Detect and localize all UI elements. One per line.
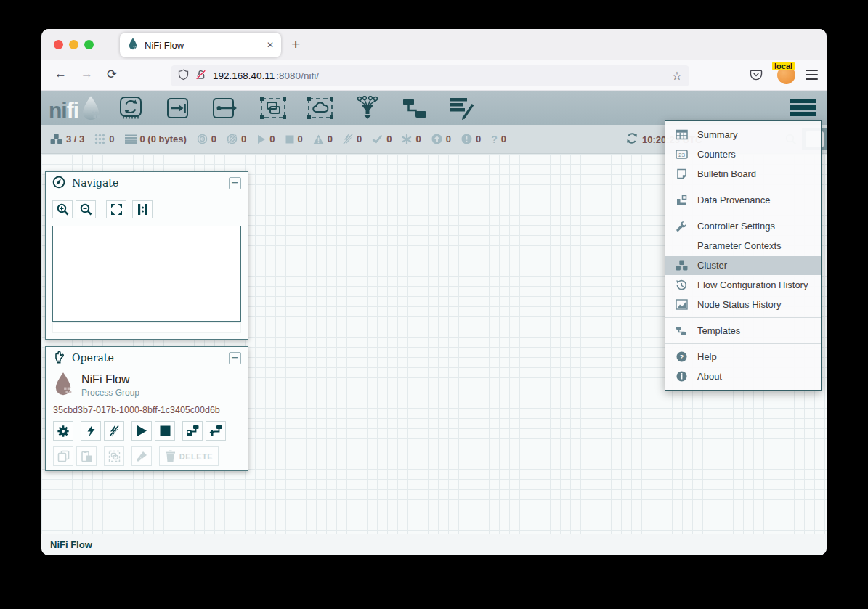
breadcrumb-root[interactable]: NiFi Flow [50, 539, 92, 550]
back-icon[interactable]: ← [54, 67, 67, 81]
menu-item-cluster[interactable]: Cluster [665, 256, 821, 275]
pocket-icon[interactable] [750, 69, 763, 84]
zoom-fit-button[interactable] [106, 200, 126, 218]
browser-tab[interactable]: NiFi Flow ✕ [120, 33, 281, 57]
menu-item-about[interactable]: About [665, 367, 821, 386]
provenance-icon [675, 195, 688, 206]
nifi-logo: nifi [49, 95, 102, 121]
status-active-threads: 0 [94, 134, 114, 144]
threads-grid-icon [94, 134, 105, 144]
insecure-lock-icon[interactable] [195, 69, 206, 83]
bookmark-star-icon[interactable]: ☆ [672, 69, 682, 83]
delete-button[interactable]: DELETE [159, 446, 219, 466]
operate-title: Operate [72, 352, 114, 364]
titlebar: NiFi Flow ✕ + [41, 29, 827, 60]
profile-badge: local [772, 62, 795, 70]
arrow-up-circle-icon [431, 134, 442, 144]
stop-icon [285, 135, 294, 144]
menu-item-controller-settings[interactable]: Controller Settings [665, 216, 821, 236]
process-group-draggable-icon[interactable] [259, 96, 287, 120]
zoom-actual-size-button[interactable] [132, 200, 153, 218]
bullseye-icon [197, 134, 208, 144]
status-running: 0 [256, 134, 275, 144]
color-brush-button[interactable] [131, 446, 152, 466]
operate-buttons-row-2: DELETE [46, 441, 248, 466]
output-port-draggable-icon[interactable] [212, 96, 240, 120]
template-draggable-icon[interactable] [401, 96, 429, 120]
paste-button[interactable] [76, 446, 97, 466]
configure-gear-button[interactable] [53, 421, 73, 441]
svg-text:23: 23 [678, 152, 685, 158]
copy-button[interactable] [53, 446, 73, 466]
menu-item-data-provenance[interactable]: Data Provenance [665, 190, 821, 210]
window-controls [54, 40, 94, 49]
group-button[interactable] [104, 446, 124, 466]
close-window-button[interactable] [54, 40, 63, 49]
minimize-window-button[interactable] [69, 40, 78, 49]
component-type: Process Group [81, 388, 139, 398]
menu-item-counters[interactable]: 23 Counters [665, 144, 821, 164]
new-tab-button[interactable]: + [291, 35, 300, 54]
menu-item-node-status-history[interactable]: Node Status History [665, 295, 821, 314]
compass-icon [52, 176, 65, 191]
play-icon [256, 134, 266, 144]
firefox-menu-icon[interactable] [806, 70, 818, 80]
info-circle-icon [675, 371, 688, 382]
create-template-button[interactable] [182, 421, 203, 441]
label-draggable-icon[interactable] [448, 96, 476, 120]
shield-icon[interactable] [178, 69, 189, 83]
bolt-slash-icon [343, 134, 353, 144]
operate-collapse-button[interactable]: − [229, 352, 241, 364]
selected-component: NiFi Flow Process Group [46, 369, 248, 399]
remote-process-group-draggable-icon[interactable] [307, 96, 334, 120]
status-invalid: 0 [313, 134, 333, 144]
refresh-icon[interactable] [626, 133, 638, 147]
operate-panel: Operate − NiFi Flow Process Group 35cbd3… [45, 346, 248, 471]
menu-item-bulletin-board[interactable]: Bulletin Board [665, 164, 821, 184]
zoom-out-button[interactable] [76, 200, 96, 218]
birdseye-minimap[interactable] [52, 226, 241, 322]
menu-item-summary[interactable]: Summary [665, 125, 821, 144]
delete-label: DELETE [179, 452, 213, 461]
cluster-cubes-icon [50, 134, 62, 145]
nifi-global-menu-icon[interactable] [790, 99, 816, 116]
funnel-draggable-icon[interactable] [354, 96, 381, 120]
operate-header: Operate − [46, 347, 248, 369]
logo-fi: fi [67, 99, 78, 121]
navigate-collapse-button[interactable]: − [229, 177, 241, 189]
start-play-button[interactable] [131, 421, 152, 441]
zoom-in-button[interactable] [52, 200, 73, 218]
menu-item-help[interactable]: ? Help [665, 347, 821, 367]
menu-item-parameter-contexts[interactable]: Parameter Contexts [665, 236, 821, 256]
menu-item-templates[interactable]: Templates [665, 321, 821, 340]
upload-template-button[interactable] [206, 421, 226, 441]
status-locally-modified-stale: 0 [461, 134, 481, 144]
status-stopped: 0 [285, 134, 303, 144]
area-chart-icon [675, 299, 688, 310]
reload-icon[interactable]: ⟳ [107, 67, 117, 82]
component-name: NiFi Flow [81, 373, 139, 386]
history-icon [675, 279, 688, 291]
screen: NiFi Flow ✕ + ← → ⟳ 192.168.40.11 :8080/… [0, 0, 868, 609]
tab-close-icon[interactable]: ✕ [267, 40, 274, 50]
birdseye-strip [52, 322, 241, 333]
warning-triangle-icon [313, 134, 324, 144]
navigate-title: Navigate [72, 177, 118, 189]
process-group-droplet-icon [53, 372, 73, 399]
url-path: :8080/nifi/ [276, 70, 319, 81]
input-port-draggable-icon[interactable] [165, 96, 192, 120]
exclamation-circle-icon [461, 134, 472, 144]
zoom-window-button[interactable] [84, 40, 94, 49]
enable-bolt-button[interactable] [81, 421, 101, 441]
navigate-header: Navigate − [46, 172, 248, 194]
status-disabled: 0 [343, 134, 362, 144]
counters-icon: 23 [675, 149, 688, 160]
status-queued: 0 (0 bytes) [125, 134, 187, 144]
disable-bolt-slash-button[interactable] [104, 421, 124, 441]
forward-icon[interactable]: → [81, 67, 93, 81]
url-bar[interactable]: 192.168.40.11 :8080/nifi/ ☆ [171, 65, 689, 86]
component-id: 35cbd3b7-017b-1000-8bff-1c3405c00d6b [46, 399, 248, 415]
menu-item-flow-configuration-history[interactable]: Flow Configuration History [665, 275, 821, 295]
stop-button[interactable] [155, 421, 175, 441]
processor-draggable-icon[interactable] [118, 96, 145, 120]
